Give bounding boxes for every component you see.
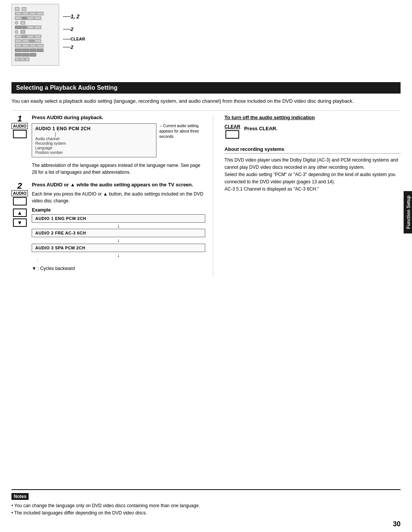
step-1-button-box [13, 130, 27, 138]
remote-annotation-12: 1, 2 2 CLEAR 2 [63, 13, 85, 50]
clear-label-box: CLEAR [225, 124, 240, 139]
notes-section: Notes • You can change the language only… [11, 489, 401, 517]
notes-header: Notes [11, 493, 29, 500]
step-2: 2 AUDIO ▲ ▼ Press AUDIO or ▲ while the a… [11, 182, 205, 271]
about-title: About recording systems [225, 146, 401, 154]
step-1-content: Press AUDIO during playback. AUDIO 1 ENG… [32, 115, 205, 176]
down-arrow-button: ▼ [13, 218, 27, 227]
page-number: 30 [393, 520, 401, 528]
note-item-2: • The included languages differ dependin… [11, 509, 401, 517]
step-1-audio-display: AUDIO 1 ENG PCM 2CH │ Audio channel Reco… [32, 123, 156, 157]
press-clear-text: Press CLEAR. [244, 124, 277, 131]
step-1-number: 1 [18, 115, 22, 123]
clear-label: CLEAR [225, 124, 240, 129]
step-2-num-box: 2 AUDIO ▲ ▼ [11, 182, 28, 271]
intro-text: You can easily select a playback audio s… [11, 97, 401, 105]
columns: 1 AUDIO Press AUDIO during playback. AUD… [11, 115, 401, 277]
example-1: AUDIO 1 ENG PCM 2CH [32, 214, 205, 223]
about-text: This DVD video player uses the Dolby Dig… [225, 157, 401, 193]
step-1: 1 AUDIO Press AUDIO during playback. AUD… [11, 115, 205, 176]
step-1-audio-main: AUDIO 1 ENG PCM 2CH [35, 126, 90, 131]
step-2-content: Press AUDIO or ▲ while the audio setting… [32, 182, 205, 271]
step-1-title: Press AUDIO during playback. [32, 115, 205, 120]
left-column: 1 AUDIO Press AUDIO during playback. AUD… [11, 115, 213, 277]
right-column: To turn off the audio setting indication… [221, 115, 401, 277]
audio-label-language: Language [35, 146, 90, 150]
audio-label-recording: Recording system [35, 141, 90, 146]
up-arrow-button: ▲ [13, 209, 27, 217]
clear-button-box [225, 130, 239, 139]
step-2-title: Press AUDIO or ▲ while the audio setting… [32, 182, 205, 188]
step-1-current-label: ←Current audio setting appears for about… [159, 123, 205, 139]
remote-image: 1, 2 2 CLEAR 2 [11, 4, 72, 66]
audio-label-position: Position number [35, 150, 90, 155]
notes-text: • You can change the language only on DV… [11, 502, 401, 517]
step-1-num-box: 1 AUDIO [11, 115, 28, 176]
audio-label-channel: Audio channel [35, 137, 90, 141]
example-dots: ⋮ [32, 259, 205, 263]
example-arrow-2: ↓ [32, 237, 205, 244]
main-content: Selecting a Playback Audio Setting You c… [11, 82, 401, 277]
step-2-button-label: AUDIO [11, 190, 28, 196]
example-section: Example AUDIO 1 ENG PCM 2CH ↓ AUDIO 2 FR… [32, 207, 205, 263]
example-2: AUDIO 2 FRE AC-3 6CH [32, 229, 205, 237]
step-2-number: 2 [18, 182, 22, 190]
turn-off-title: To turn off the audio setting indication [225, 115, 401, 120]
step-2-description: Each time you press the AUDIO or ▲ butto… [32, 191, 205, 204]
example-label: Example [32, 207, 205, 213]
section-header: Selecting a Playback Audio Setting [11, 82, 401, 94]
step-1-description: The abbreviation of the language appears… [32, 162, 205, 176]
example-arrow-3: ↓ [32, 252, 205, 259]
example-3: AUDIO 3 SPA PCM 2CH [32, 244, 205, 252]
clear-block: CLEAR Press CLEAR. [225, 124, 401, 139]
cycles-backward-label: ▼ : Cycles backward [32, 266, 205, 271]
step-1-button-label: AUDIO [11, 123, 28, 129]
example-arrow-1: ↓ [32, 223, 205, 229]
step-1-audio-labels: │ Audio channel Recording system Languag… [35, 132, 90, 155]
note-item-1: • You can change the language only on DV… [11, 502, 401, 509]
function-setup-tab: Function Setup [404, 191, 412, 233]
step-2-button-box [13, 197, 27, 205]
